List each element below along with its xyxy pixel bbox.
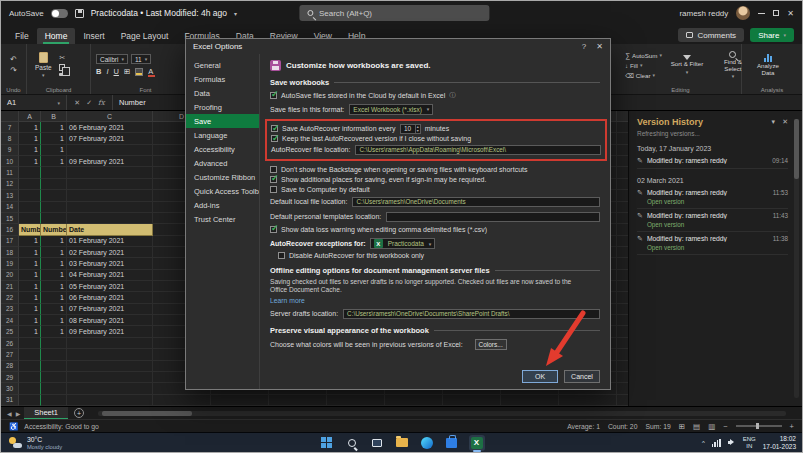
cell-C13[interactable] xyxy=(67,190,153,201)
name-box[interactable]: A1 ▾ xyxy=(1,95,67,110)
cell-L10[interactable] xyxy=(617,156,628,167)
dialog-close-icon[interactable]: ✕ xyxy=(596,42,603,51)
save-to-computer-checkbox[interactable] xyxy=(270,186,277,193)
borders-icon[interactable]: ⊞ xyxy=(124,67,130,76)
cell-L16[interactable] xyxy=(617,224,628,235)
file-explorer-button[interactable] xyxy=(394,435,410,451)
sort-filter-button[interactable]: Sort & Filter ▾ xyxy=(666,47,708,83)
cell-B21[interactable]: 1 xyxy=(41,281,67,292)
search-box[interactable]: Search (Alt+Q) xyxy=(299,5,489,21)
zoom-in-icon[interactable]: + xyxy=(790,422,794,431)
default-templates-field[interactable] xyxy=(386,212,600,222)
cell-C12[interactable] xyxy=(67,179,153,190)
next-sheet-icon[interactable]: ▶ xyxy=(16,410,21,417)
cell-A24[interactable]: 1 xyxy=(19,315,41,326)
scrollbar-thumb[interactable] xyxy=(102,411,192,416)
close-window-icon[interactable]: ✕ xyxy=(787,9,794,18)
additional-places-checkbox[interactable] xyxy=(270,176,277,183)
share-button[interactable]: Share ▾ xyxy=(750,28,794,42)
column-header-b[interactable]: B xyxy=(41,111,67,122)
cell-L9[interactable] xyxy=(617,145,628,156)
cell-B10[interactable]: 1 xyxy=(41,156,67,167)
insert-function-icon[interactable]: fx xyxy=(98,99,105,107)
row-header-12[interactable]: 12 xyxy=(1,179,19,190)
cell-L21[interactable] xyxy=(617,281,628,292)
scrollbar-thumb[interactable] xyxy=(794,119,799,179)
row-header-13[interactable]: 13 xyxy=(1,190,19,201)
cell-L20[interactable] xyxy=(617,270,628,281)
cell-A12[interactable] xyxy=(19,179,41,190)
learn-more-link[interactable]: Learn more xyxy=(270,297,600,304)
row-header-26[interactable]: 26 xyxy=(1,338,19,349)
select-all-button[interactable] xyxy=(1,111,19,122)
zoom-slider-thumb[interactable] xyxy=(756,423,759,429)
cell-A31[interactable] xyxy=(19,395,41,406)
normal-view-icon[interactable]: ⊞ xyxy=(679,422,685,431)
cell-L19[interactable] xyxy=(617,258,628,269)
cell-A16[interactable]: Number xyxy=(19,224,41,235)
options-nav-proofing[interactable]: Proofing xyxy=(186,100,259,114)
version-entry[interactable]: ✎Modified by: ramesh reddy09:14 xyxy=(637,154,788,169)
cell-L29[interactable] xyxy=(617,372,628,383)
cell-A27[interactable] xyxy=(19,349,41,360)
version-entry[interactable]: ✎Modified by: ramesh reddyOpen version11… xyxy=(637,209,788,232)
cell-B18[interactable]: 1 xyxy=(41,247,67,258)
cell-B9[interactable]: 1 xyxy=(41,145,67,156)
cell-A23[interactable]: 1 xyxy=(19,304,41,315)
backstage-checkbox[interactable] xyxy=(270,166,277,173)
autorecover-location-field[interactable]: C:\Users\ramesh\AppData\Roaming\Microsof… xyxy=(355,145,601,155)
cell-K31[interactable] xyxy=(559,395,617,406)
cell-A8[interactable]: 1 xyxy=(19,133,41,144)
weather-widget[interactable]: 30°C Mostly cloudy xyxy=(9,433,62,452)
clock[interactable]: 18:02 17-01-2023 xyxy=(763,435,796,450)
cell-C17[interactable]: 01 February 2021 xyxy=(67,236,153,247)
cell-C20[interactable]: 04 February 2021 xyxy=(67,270,153,281)
undo-icon[interactable]: ↶ xyxy=(10,56,17,64)
row-header-20[interactable]: 20 xyxy=(1,270,19,281)
row-header-29[interactable]: 29 xyxy=(1,372,19,383)
row-header-7[interactable]: 7 xyxy=(1,122,19,133)
close-pane-icon[interactable]: ✕ xyxy=(782,118,788,126)
cell-A19[interactable]: 1 xyxy=(19,258,41,269)
cell-L15[interactable] xyxy=(617,213,628,224)
autorecover-checkbox[interactable] xyxy=(271,125,278,132)
excel-taskbar-button[interactable]: X xyxy=(469,435,485,451)
cell-L14[interactable] xyxy=(617,202,628,213)
row-header-28[interactable]: 28 xyxy=(1,361,19,372)
cell-L8[interactable] xyxy=(617,133,628,144)
cell-C8[interactable]: 07 February 2021 xyxy=(67,133,153,144)
accessibility-status[interactable]: Accessibility: Good to go xyxy=(24,423,98,430)
ribbon-tab-page-layout[interactable]: Page Layout xyxy=(113,28,177,44)
cancel-entry-icon[interactable]: ✕ xyxy=(74,99,80,107)
cell-C11[interactable] xyxy=(67,167,153,178)
cell-B13[interactable] xyxy=(41,190,67,201)
cell-C27[interactable] xyxy=(67,349,153,360)
cell-A22[interactable]: 1 xyxy=(19,292,41,303)
row-header-17[interactable]: 17 xyxy=(1,236,19,247)
fill-color-icon[interactable] xyxy=(135,68,143,76)
autosave-toggle[interactable] xyxy=(51,9,68,18)
cell-J31[interactable] xyxy=(501,395,559,406)
cell-A25[interactable]: 1 xyxy=(19,326,41,337)
cell-A13[interactable] xyxy=(19,190,41,201)
options-nav-language[interactable]: Language xyxy=(186,128,259,142)
cell-C29[interactable] xyxy=(67,372,153,383)
options-nav-customize-ribbon[interactable]: Customize Ribbon xyxy=(186,170,259,184)
options-nav-add-ins[interactable]: Add-ins xyxy=(186,198,259,212)
cell-C28[interactable] xyxy=(67,361,153,372)
options-nav-general[interactable]: General xyxy=(186,58,259,72)
ok-button[interactable]: OK xyxy=(522,370,558,383)
volume-icon[interactable] xyxy=(728,439,736,446)
zoom-out-icon[interactable]: − xyxy=(723,422,727,431)
row-header-8[interactable]: 8 xyxy=(1,133,19,144)
cell-B25[interactable]: 1 xyxy=(41,326,67,337)
page-break-view-icon[interactable]: ▥ xyxy=(708,422,715,431)
cell-B16[interactable]: Number xyxy=(41,224,67,235)
pane-scrollbar[interactable] xyxy=(794,119,799,398)
horizontal-scrollbar[interactable] xyxy=(98,411,786,416)
disable-autorecover-checkbox[interactable] xyxy=(278,252,285,259)
paste-button[interactable]: Paste ▾ xyxy=(32,47,55,83)
avatar[interactable] xyxy=(736,6,750,20)
row-header-25[interactable]: 25 xyxy=(1,326,19,337)
row-header-15[interactable]: 15 xyxy=(1,213,19,224)
